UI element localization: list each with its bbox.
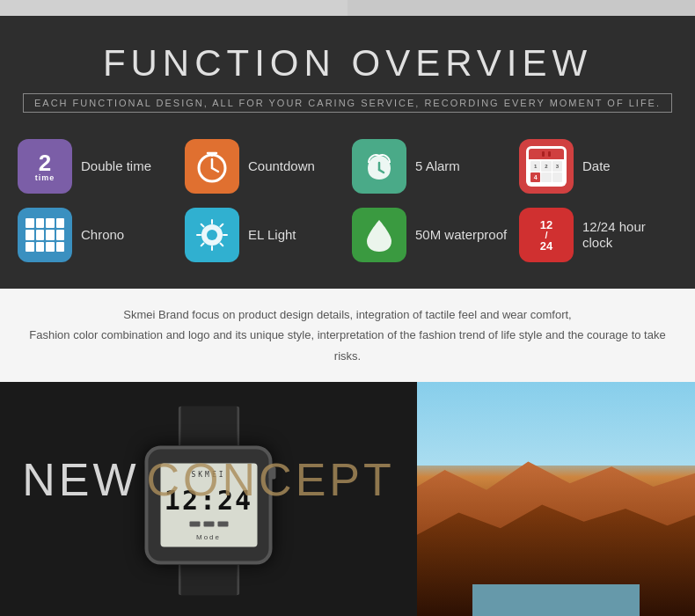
- new-concept-overlay: NEW CONCEPT: [22, 453, 395, 506]
- chrono-label: Chrono: [81, 227, 124, 243]
- clock-svg: [194, 149, 230, 184]
- cal-cell-3: 3: [552, 161, 562, 172]
- description-line1: Skmei Brand focus on product design deta…: [18, 304, 677, 325]
- description-line2: Fashion color combination and logo and i…: [18, 325, 677, 366]
- hour-clock-label: 12/24 hour clock: [582, 219, 677, 251]
- alarm-icon: [352, 139, 406, 194]
- bottom-right: [417, 382, 695, 616]
- svg-line-2: [212, 168, 218, 172]
- dot1: [189, 521, 200, 526]
- top-bar-right: [348, 0, 695, 16]
- feature-el-light: EL Light: [185, 208, 343, 262]
- function-subtitle: EACH FUNCTIONAL DESIGN, ALL FOR YOUR CAR…: [23, 93, 672, 113]
- waterproof-icon: [352, 208, 406, 262]
- concept-text: CONCEPT: [147, 453, 395, 506]
- svg-line-12: [201, 224, 204, 227]
- cg-9: [26, 242, 34, 252]
- date-icon: 1 2 3 4: [519, 139, 574, 194]
- feature-alarm: 5 Alarm: [352, 139, 510, 194]
- waterdrop-svg: [362, 216, 397, 253]
- dot3: [217, 521, 228, 526]
- canyon-background: [417, 382, 695, 616]
- feature-hour-clock: 12 / 24 12/24 hour clock: [519, 208, 677, 262]
- cg-3: [46, 218, 55, 228]
- alarm-svg: [362, 149, 397, 184]
- cal-pin-right: [548, 151, 551, 157]
- watch-band-top: [178, 407, 239, 446]
- canyon-river: [472, 584, 640, 616]
- double-time-icon: 2 time: [18, 139, 72, 194]
- top-bar: [0, 0, 695, 16]
- chrono-icon: [18, 208, 72, 262]
- new-text: NEW: [22, 453, 139, 506]
- cal-cell-2: 2: [541, 161, 551, 172]
- waterproof-label: 50M waterproof: [415, 227, 507, 243]
- cg-4: [56, 218, 65, 228]
- double-time-word: time: [35, 174, 55, 182]
- el-light-label: EL Light: [248, 227, 296, 243]
- cal-cell-5: [541, 172, 551, 183]
- cg-2: [36, 218, 45, 228]
- bottom-section: SKMEI 12:24 Mode NEW CONCEPT: [0, 382, 695, 616]
- num-slash: /: [545, 231, 547, 240]
- cg-10: [36, 242, 45, 252]
- alarm-label: 5 Alarm: [415, 158, 460, 174]
- el-light-icon: [185, 208, 239, 262]
- svg-line-15: [201, 244, 204, 246]
- cg-6: [36, 230, 45, 239]
- double-time-label: Double time: [81, 158, 151, 174]
- cg-12: [56, 242, 65, 252]
- feature-double-time: 2 time Double time: [18, 139, 176, 194]
- watch-dots: [189, 521, 228, 526]
- svg-line-14: [221, 224, 223, 227]
- hour-clock-icon: 12 / 24: [519, 208, 574, 262]
- feature-chrono: Chrono: [18, 208, 176, 262]
- description-section: Skmei Brand focus on product design deta…: [0, 289, 695, 382]
- sky: [417, 382, 695, 466]
- cg-5: [26, 230, 34, 239]
- cg-7: [46, 230, 55, 239]
- watch-band-bottom: [178, 565, 239, 596]
- double-time-num: 2: [39, 151, 51, 174]
- calendar-container: 1 2 3 4: [526, 146, 567, 187]
- function-section: FUNCTION OVERVIEW EACH FUNCTIONAL DESIGN…: [0, 16, 695, 289]
- feature-waterproof: 50M waterproof: [352, 208, 510, 262]
- cg-8: [56, 230, 65, 239]
- countdown-icon: [185, 139, 239, 194]
- calendar-header: [529, 149, 564, 159]
- light-svg: [194, 216, 230, 253]
- cal-pin-left: [542, 151, 545, 157]
- num-12: 12: [540, 219, 552, 231]
- cg-11: [46, 242, 55, 252]
- countdown-label: Countdown: [248, 158, 315, 174]
- cal-cell-today: 4: [530, 172, 540, 183]
- watch-mode: Mode: [196, 532, 221, 540]
- features-grid: 2 time Double time Countdown: [18, 139, 677, 262]
- top-bar-left: [0, 0, 348, 16]
- cal-cell-1: 1: [530, 161, 540, 172]
- dot2: [203, 521, 214, 526]
- function-title: FUNCTION OVERVIEW: [18, 42, 677, 84]
- calendar-grid: 1 2 3 4: [529, 159, 564, 184]
- svg-point-16: [207, 230, 217, 240]
- chrono-grid: [26, 218, 64, 252]
- cal-cell-6: [552, 172, 562, 183]
- num-badge-container: 12 / 24: [519, 208, 574, 262]
- date-label: Date: [582, 158, 611, 174]
- feature-countdown: Countdown: [185, 139, 343, 194]
- bottom-left: SKMEI 12:24 Mode NEW CONCEPT: [0, 382, 417, 616]
- svg-line-13: [221, 244, 223, 246]
- feature-date: 1 2 3 4 Date: [519, 139, 677, 194]
- double-time-icon-inner: 2 time: [35, 151, 55, 182]
- cg-1: [26, 218, 34, 228]
- num-24: 24: [540, 240, 552, 252]
